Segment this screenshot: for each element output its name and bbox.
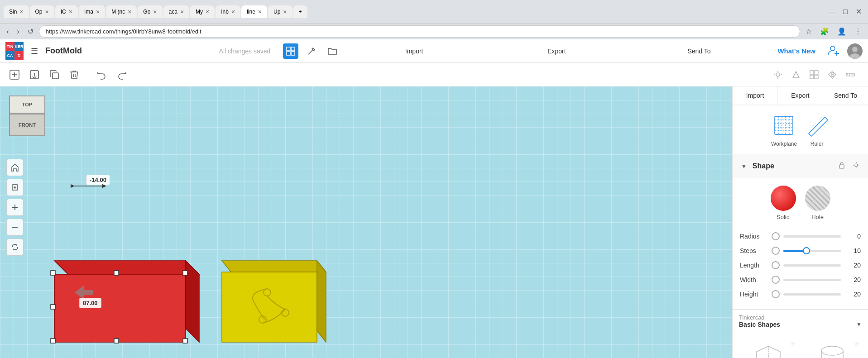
- tab-my[interactable]: My×: [190, 5, 215, 18]
- whats-new-button[interactable]: What's New: [773, 44, 820, 57]
- library-dropdown[interactable]: Basic Shapes ▼: [739, 321, 862, 328]
- minimize-button[interactable]: —: [825, 7, 838, 17]
- extensions-button[interactable]: 🧩: [817, 26, 832, 37]
- close-window-button[interactable]: ✕: [853, 6, 864, 17]
- export-small-button[interactable]: [25, 67, 43, 83]
- tab-op[interactable]: Op×: [30, 5, 54, 18]
- close-icon[interactable]: ×: [128, 8, 131, 15]
- svg-line-69: [819, 121, 821, 124]
- dimension-label-1: -14.00: [86, 175, 110, 185]
- height-slider[interactable]: [783, 293, 841, 296]
- address-bar[interactable]: [39, 25, 800, 38]
- star-icon[interactable]: ☆: [790, 340, 796, 348]
- close-icon[interactable]: ×: [19, 8, 23, 15]
- width-slider[interactable]: [783, 279, 841, 281]
- copy-icon: [49, 69, 60, 80]
- light-panel-icon: [853, 162, 860, 169]
- canvas-area[interactable]: TOP FRONT: [0, 86, 732, 358]
- hole-circle[interactable]: [805, 186, 830, 211]
- profile-button[interactable]: 👤: [834, 26, 849, 37]
- length-circle[interactable]: [772, 261, 780, 269]
- tab-ic[interactable]: IC×: [55, 5, 78, 18]
- height-circle[interactable]: [772, 290, 780, 298]
- lock-icon-button[interactable]: [836, 160, 847, 172]
- maximize-button[interactable]: □: [840, 7, 850, 17]
- new-object-button[interactable]: [5, 67, 24, 83]
- close-icon[interactable]: ×: [283, 8, 287, 15]
- close-icon[interactable]: ×: [258, 8, 262, 15]
- import-panel-button[interactable]: Import: [733, 86, 778, 105]
- steps-circle[interactable]: [772, 247, 780, 255]
- tab-up[interactable]: Up×: [268, 5, 293, 18]
- tab-label: Inb: [221, 9, 229, 15]
- avatar[interactable]: [847, 43, 863, 59]
- radius-slider[interactable]: [783, 235, 841, 238]
- add-user-button[interactable]: [825, 42, 842, 60]
- radius-circle[interactable]: [772, 232, 780, 240]
- tab-m[interactable]: M (nc×: [106, 5, 137, 18]
- svg-line-68: [815, 125, 817, 127]
- redo-button[interactable]: [113, 67, 131, 83]
- file-view-button[interactable]: [325, 43, 340, 59]
- copy-button[interactable]: [45, 67, 63, 83]
- close-icon[interactable]: ×: [153, 8, 157, 15]
- forward-button[interactable]: ›: [14, 27, 22, 37]
- close-icon[interactable]: ×: [206, 8, 209, 15]
- shape-item-box-outline[interactable]: ☆ Box: [738, 339, 799, 358]
- red-object[interactable]: [23, 247, 213, 351]
- close-icon[interactable]: ×: [69, 8, 72, 15]
- ruler-item[interactable]: Ruler: [804, 113, 830, 147]
- bookmark-button[interactable]: ☆: [803, 26, 815, 37]
- export-button[interactable]: Export: [488, 45, 625, 57]
- send-to-panel-button[interactable]: Send To: [823, 86, 868, 105]
- svg-line-70: [822, 118, 825, 120]
- collapse-button[interactable]: ▼: [739, 162, 749, 171]
- close-icon[interactable]: ×: [96, 8, 100, 15]
- menu-toggle-button[interactable]: ☰: [29, 44, 40, 58]
- tab-ima[interactable]: Ima×: [79, 5, 105, 18]
- radius-control: [772, 232, 841, 240]
- undo-button[interactable]: [93, 67, 111, 83]
- close-icon[interactable]: ×: [180, 8, 184, 15]
- tab-add[interactable]: +: [293, 5, 307, 18]
- export-panel-button[interactable]: Export: [778, 86, 823, 105]
- yellow-object[interactable]: [208, 252, 331, 351]
- delete-button[interactable]: [65, 67, 83, 83]
- tab-go[interactable]: Go×: [138, 5, 162, 18]
- svg-rect-24: [815, 75, 818, 79]
- light-icon-button[interactable]: [769, 67, 786, 82]
- tools-view-button[interactable]: [304, 43, 319, 59]
- refresh-button[interactable]: ↺: [25, 26, 36, 37]
- hole-type-item[interactable]: Hole: [805, 186, 830, 220]
- tab-aca[interactable]: aca×: [163, 5, 190, 18]
- redo-icon: [116, 69, 127, 80]
- ruler-toolbar-button[interactable]: [842, 67, 859, 82]
- width-circle[interactable]: [772, 276, 780, 284]
- svg-marker-27: [833, 72, 836, 77]
- star-icon[interactable]: ☆: [854, 340, 860, 348]
- send-to-button[interactable]: Send To: [631, 45, 768, 57]
- solid-type-item[interactable]: Solid: [771, 186, 796, 220]
- import-button[interactable]: Import: [345, 45, 483, 57]
- height-control: [772, 290, 841, 298]
- steps-slider[interactable]: [783, 250, 841, 252]
- grid-view-button[interactable]: [283, 43, 298, 59]
- workplane-item[interactable]: Workplane: [771, 113, 797, 147]
- tab-label: Ima: [84, 9, 93, 15]
- shape-icon-button[interactable]: [787, 67, 805, 82]
- close-icon[interactable]: ×: [231, 8, 235, 15]
- menu-button[interactable]: ⋮: [852, 26, 864, 37]
- tab-line[interactable]: line×: [241, 5, 267, 18]
- length-slider[interactable]: [783, 264, 841, 267]
- back-button[interactable]: ‹: [4, 27, 11, 37]
- svg-point-72: [855, 164, 858, 167]
- logo-tr: KER: [14, 42, 24, 51]
- mirror-icon-button[interactable]: [824, 67, 841, 82]
- tab-inb[interactable]: Inb×: [216, 5, 240, 18]
- shape-item-cylinder-outline[interactable]: ☆ Cylinder: [802, 339, 863, 358]
- solid-circle[interactable]: [771, 186, 796, 211]
- light-panel-button[interactable]: [851, 160, 862, 172]
- tab-sin[interactable]: Sin×: [4, 5, 29, 18]
- close-icon[interactable]: ×: [45, 8, 49, 15]
- grid-icon-button[interactable]: [806, 67, 823, 82]
